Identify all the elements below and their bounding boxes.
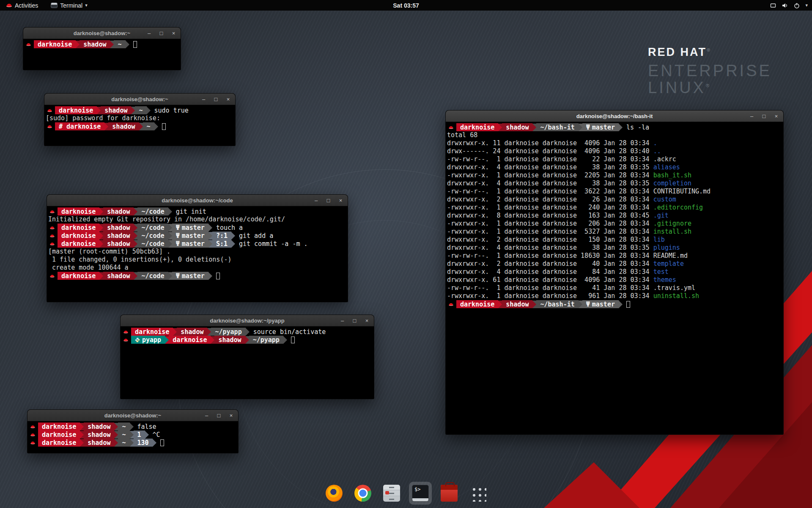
close-button[interactable]: × [171, 28, 176, 39]
dock-item-app-grid[interactable] [466, 482, 489, 505]
close-button[interactable]: × [225, 94, 231, 105]
minimize-button[interactable]: – [313, 195, 319, 206]
close-button[interactable]: × [228, 410, 234, 421]
command-text: source bin/activate [253, 328, 326, 336]
terminal-output-line: -rwxrwxr-x. 1 darknoise darknoise 5327 J… [447, 228, 782, 236]
volume-icon [782, 2, 788, 9]
close-button[interactable]: × [364, 315, 370, 326]
window-title: darknoise@shadow:~ [104, 412, 161, 419]
window-controls: –□× [204, 410, 234, 421]
activities-label: Activities [15, 2, 38, 9]
maximize-button[interactable]: □ [352, 315, 357, 326]
output-text: completion [653, 179, 691, 187]
powerline-arrow-icon [126, 41, 129, 48]
terminal-window-code[interactable]: darknoise@shadow:~/code–□×darknoiseshado… [47, 194, 348, 302]
output-text: drwxrwxr-x. 2 darknoise darknoise 26 Jan… [447, 196, 653, 203]
powerline-arrow-icon [134, 208, 137, 215]
system-status-area[interactable]: ▾ [770, 2, 808, 9]
powerline-arrow-icon [207, 328, 211, 336]
powerline-arrow-icon [498, 301, 502, 308]
terminal-window-home-2[interactable]: darknoise@shadow:~–□×darknoiseshadow~sud… [44, 93, 236, 146]
minimize-button[interactable]: – [340, 315, 345, 326]
prompt-segment-exit: 1 [134, 431, 145, 439]
redhat-prompt-icon [30, 424, 36, 429]
prompt-segment-git: Ψmaster [582, 123, 619, 131]
terminal-content[interactable]: darknoiseshadow~ [23, 39, 181, 70]
close-button[interactable]: × [338, 195, 343, 206]
terminal-content[interactable]: darknoiseshadow~/bash-itΨmasterls -latot… [446, 122, 783, 434]
command-text: false [137, 423, 156, 431]
windows-layer: darknoise@shadow:~–□×darknoiseshadow~dar… [0, 0, 812, 508]
maximize-button[interactable]: □ [326, 195, 331, 206]
terminal-prompt-line: darknoiseshadow~/bash-itΨmaster [447, 300, 782, 308]
redhat-prompt-icon [49, 225, 55, 230]
clock[interactable]: Sat 03:57 [393, 2, 419, 9]
maximize-button[interactable]: □ [761, 110, 767, 122]
close-button[interactable]: × [774, 110, 779, 122]
prompt-segment-user: darknoise [58, 240, 99, 248]
window-title: darknoise@shadow:~/code [162, 197, 233, 204]
terminal-cursor [626, 301, 630, 308]
terminal-output-line: drwxrwxr-x. 4 darknoise darknoise 38 Jan… [447, 179, 782, 188]
prompt-segment-host: shadow [103, 232, 134, 240]
terminal-output-line: drwxrwxr-x. 2 darknoise darknoise 40 Jan… [447, 260, 782, 268]
prompt-segment-git: Ψmaster [582, 300, 619, 308]
app-menu[interactable]: Terminal ▾ [48, 0, 90, 11]
prompt-segment-user: darknoise [131, 328, 173, 336]
terminal-prompt-line: darknoiseshadow~false [29, 422, 237, 431]
minimize-button[interactable]: – [146, 28, 152, 39]
prompt-segment-path: ~/bash-it [536, 123, 578, 131]
terminal-content[interactable]: darknoiseshadow~falsedarknoiseshadow~1^C… [27, 421, 238, 453]
maximize-button[interactable]: □ [159, 28, 164, 39]
powerline-arrow-icon [498, 124, 502, 131]
dock-item-terminal[interactable] [409, 482, 432, 505]
terminal-output-line: -rwxrwxr-x. 1 darknoise darknoise 961 Ja… [447, 292, 782, 300]
terminal-output-line: -rwxrwxr-x. 1 darknoise darknoise 240 Ja… [447, 204, 782, 212]
terminal-window-home-3[interactable]: darknoise@shadow:~–□×darknoiseshadow~fal… [27, 409, 239, 453]
output-text: .. [653, 147, 661, 155]
maximize-button[interactable]: □ [216, 410, 222, 421]
powerline-arrow-icon [104, 123, 108, 130]
activities-button[interactable]: Activities [3, 0, 41, 11]
prompt-segment-path: ~ [135, 106, 146, 114]
dock-item-firefox[interactable] [323, 482, 346, 505]
prompt-segment-host: shadow [80, 40, 110, 48]
prompt-segment-git: Ψmaster [172, 240, 208, 248]
output-text: -rw-rw-r--. 1 darknoise darknoise 18630 … [447, 252, 653, 260]
window-titlebar[interactable]: darknoise@shadow:~–□× [44, 94, 235, 105]
minimize-button[interactable]: – [749, 110, 754, 122]
redhat-prompt-icon [448, 302, 454, 307]
terminal-window-home-1[interactable]: darknoise@shadow:~–□×darknoiseshadow~ [23, 27, 181, 70]
terminal-window-pyapp[interactable]: darknoise@shadow:~/pyapp–□×darknoiseshad… [120, 315, 374, 399]
dock-item-chrome[interactable] [351, 482, 374, 505]
prompt-segment-host: shadow [502, 300, 532, 308]
terminal-window-bash-it[interactable]: darknoise@shadow:~/bash-it–□×darknoisesh… [445, 110, 784, 435]
app-grid-icon [469, 485, 486, 502]
powerline-arrow-icon [579, 301, 582, 308]
terminal-app-icon [51, 3, 58, 8]
firefox-icon [326, 485, 343, 502]
output-text: themes [653, 276, 676, 284]
maximize-button[interactable]: □ [213, 94, 219, 105]
window-titlebar[interactable]: darknoise@shadow:~/pyapp–□× [121, 315, 374, 326]
window-titlebar[interactable]: darknoise@shadow:~–□× [27, 410, 238, 421]
output-text: drwxrwxr-x. 2 darknoise darknoise 150 Ja… [447, 236, 653, 243]
powerline-arrow-icon [168, 224, 172, 232]
terminal-prompt-line: darknoiseshadow~1^C [29, 431, 237, 439]
powerline-arrow-icon [131, 107, 135, 114]
output-text: total 68 [447, 131, 477, 139]
minimize-button[interactable]: – [204, 410, 209, 421]
window-titlebar[interactable]: darknoise@shadow:~–□× [23, 28, 181, 39]
powerline-arrow-icon [99, 224, 103, 232]
screen-icon [770, 2, 776, 9]
dock-item-toolbox[interactable] [438, 482, 461, 505]
dock-item-files[interactable] [380, 482, 403, 505]
window-titlebar[interactable]: darknoise@shadow:~/bash-it–□× [446, 110, 783, 122]
terminal-content[interactable]: darknoiseshadow~/pyappsource bin/activat… [121, 326, 374, 399]
window-titlebar[interactable]: darknoise@shadow:~/code–□× [47, 195, 348, 206]
minimize-button[interactable]: – [201, 94, 206, 105]
terminal-content[interactable]: darknoiseshadow~/codegit initInitialized… [47, 206, 348, 302]
branch-icon: Ψ [176, 272, 180, 280]
output-text: drwx------. 24 darknoise darknoise 4096 … [447, 147, 653, 155]
terminal-content[interactable]: darknoiseshadow~sudo true[sudo] password… [44, 105, 235, 146]
